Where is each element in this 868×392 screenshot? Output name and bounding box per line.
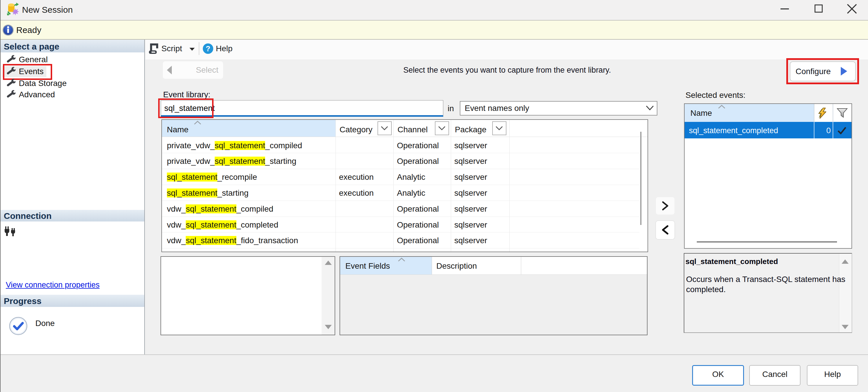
svg-text:?: ? (206, 44, 210, 53)
